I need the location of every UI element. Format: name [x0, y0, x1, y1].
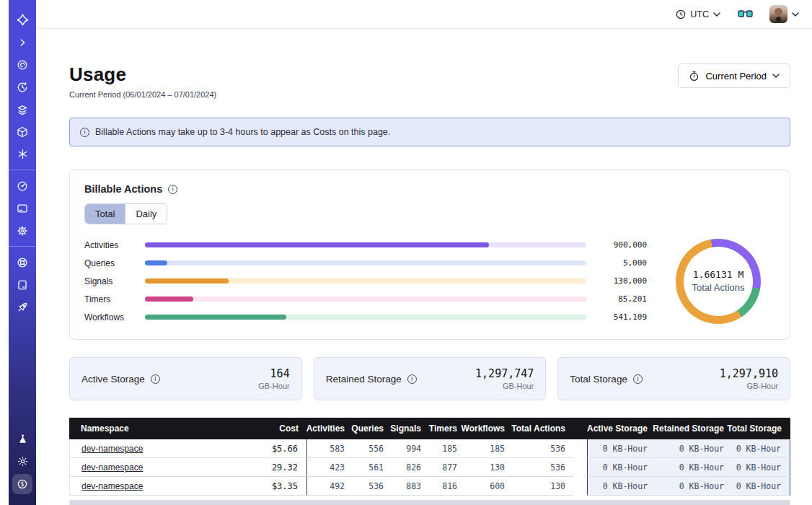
swirl-icon[interactable]	[12, 55, 32, 75]
billable-actions-chart: Activities 900,000 Queries 5,000 Signals…	[84, 236, 775, 326]
bar-label: Timers	[84, 294, 136, 304]
info-icon[interactable]	[151, 374, 160, 384]
tab-daily[interactable]: Daily	[125, 204, 167, 224]
view-toggle: Total Daily	[84, 203, 167, 224]
banner-text: Billable Actions may take up to 3-4 hour…	[95, 127, 390, 137]
retained-storage-cell: 0 KB-Hour	[656, 439, 733, 458]
signals-cell: 883	[392, 477, 430, 496]
stat-unit: GB-Hour	[258, 382, 289, 390]
queries-cell: 556	[353, 439, 392, 458]
namespace-link[interactable]: dev-namespace	[81, 481, 143, 491]
bar-track	[145, 315, 586, 320]
gear-icon[interactable]	[12, 221, 32, 241]
storage-cards: Active Storage 164 GB-Hour Retained Stor…	[69, 357, 790, 400]
glasses-icon[interactable]	[736, 6, 754, 23]
retained-storage-card: Retained Storage 1,297,747 GB-Hour	[314, 357, 547, 400]
column-header: Activities	[307, 418, 353, 439]
column-header: Signals	[392, 418, 430, 439]
stat-value: 1,297,747	[475, 367, 534, 380]
bar-label: Activities	[84, 240, 136, 250]
stat-label: Active Storage	[81, 374, 145, 385]
clock-icon	[676, 9, 686, 19]
total-actions-cell: 130	[513, 477, 574, 496]
info-icon[interactable]	[407, 374, 417, 384]
horizontal-scrollbar[interactable]	[69, 500, 790, 505]
active-storage-cell: 0 KB-Hour	[587, 439, 656, 458]
stat-label: Total Storage	[570, 374, 627, 385]
total-storage-cell: 0 KB-Hour	[733, 458, 790, 477]
table-row: dev-namespace $3.35 492 536 883 816 600 …	[69, 477, 790, 496]
layers-icon[interactable]	[12, 100, 32, 120]
active-storage-card: Active Storage 164 GB-Hour	[69, 357, 302, 400]
notebook-icon[interactable]	[12, 275, 32, 295]
sun-icon[interactable]	[12, 452, 32, 472]
bar-label: Queries	[84, 258, 136, 268]
column-header: Namespace	[69, 418, 260, 439]
timers-cell: 185	[430, 439, 466, 458]
rocket-icon[interactable]	[12, 297, 32, 317]
column-header: Queries	[353, 418, 392, 439]
bar-track	[145, 260, 586, 265]
page-title: Usage	[69, 63, 216, 86]
stat-label: Retained Storage	[326, 374, 402, 385]
column-spacer	[574, 477, 587, 496]
workflows-cell: 185	[466, 439, 513, 458]
timezone-label: UTC	[690, 9, 709, 19]
bar-row-queries: Queries 5,000	[84, 254, 647, 272]
total-actions-donut: 1.66131 M Total Actions	[661, 236, 775, 326]
stopwatch-icon	[689, 71, 700, 82]
chevron-right-icon[interactable]	[12, 32, 32, 53]
temporal-logo-icon[interactable]	[12, 10, 32, 30]
total-storage-cell: 0 KB-Hour	[733, 477, 790, 496]
account-menu[interactable]	[769, 5, 799, 23]
bar-row-timers: Timers 85,201	[84, 290, 647, 308]
flask-icon[interactable]	[12, 429, 32, 449]
cost-cell: $3.35	[260, 477, 307, 496]
namespace-link[interactable]: dev-namespace	[81, 444, 143, 454]
signals-cell: 994	[392, 439, 430, 458]
retained-storage-cell: 0 KB-Hour	[656, 458, 733, 477]
column-header: Total Storage	[733, 418, 790, 439]
dollar-coin-icon[interactable]: $	[12, 474, 32, 494]
bar-value: 130,000	[595, 276, 647, 286]
window-icon[interactable]	[12, 198, 32, 219]
info-banner: Billable Actions may take up to 3-4 hour…	[69, 118, 790, 146]
cube-icon[interactable]	[12, 122, 32, 142]
active-storage-cell: 0 KB-Hour	[587, 477, 656, 496]
timers-cell: 877	[430, 458, 466, 477]
total-storage-card: Total Storage 1,297,910 GB-Hour	[557, 357, 790, 400]
column-header: Retained Storage	[656, 418, 733, 439]
history-icon[interactable]	[12, 77, 32, 97]
cost-cell: 29.32	[260, 458, 307, 477]
bar-label: Workflows	[84, 312, 136, 322]
period-dropdown-button[interactable]: Current Period	[678, 63, 790, 88]
sidebar-divider	[9, 170, 36, 170]
active-storage-cell: 0 KB-Hour	[587, 458, 656, 477]
bar-track	[145, 242, 586, 247]
column-header: Cost	[260, 418, 307, 439]
sidebar: $	[9, 0, 36, 505]
queries-cell: 536	[353, 477, 392, 496]
donut-total-value: 1.66131 M	[693, 269, 743, 280]
gauge-icon[interactable]	[12, 176, 32, 196]
namespace-usage-table: Namespace Cost Activities Queries Signal…	[69, 418, 790, 505]
namespace-link[interactable]: dev-namespace	[81, 462, 143, 473]
tab-total[interactable]: Total	[85, 204, 125, 224]
sidebar-divider	[9, 246, 36, 247]
column-header: Active Storage	[587, 418, 656, 439]
info-icon[interactable]	[168, 185, 177, 194]
info-icon[interactable]	[633, 374, 643, 384]
top-header: UTC	[36, 0, 812, 29]
stat-unit: GB-Hour	[720, 382, 778, 390]
lifebuoy-icon[interactable]	[12, 252, 32, 273]
signals-cell: 826	[392, 458, 430, 477]
asterisk-icon[interactable]	[12, 144, 32, 164]
queries-cell: 561	[353, 458, 392, 477]
table-row: dev-namespace $5.66 583 556 994 185 185 …	[69, 439, 790, 458]
stat-value: 164	[258, 367, 289, 380]
timezone-selector[interactable]: UTC	[676, 9, 720, 19]
activities-cell: 423	[307, 458, 353, 477]
bar-fill	[145, 260, 167, 265]
total-actions-cell: 536	[513, 439, 574, 458]
donut-total-label: Total Actions	[692, 282, 745, 293]
